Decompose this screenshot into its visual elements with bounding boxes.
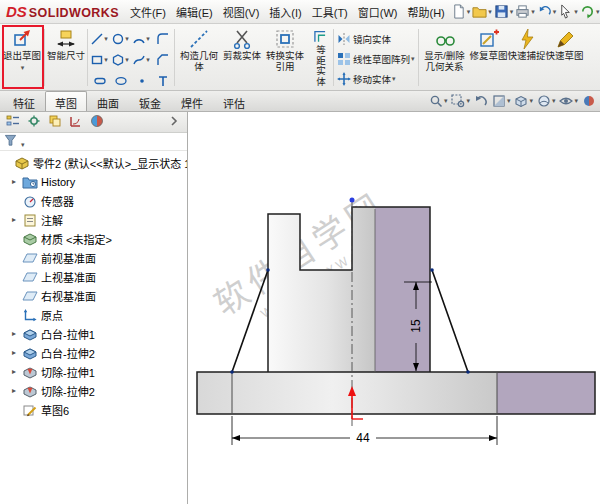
graphics-area[interactable]: 软件自学网 WWW.RJZXW.COM — [188, 112, 600, 504]
chamfer-tool-icon[interactable] — [152, 49, 173, 70]
display-delete-relations-button[interactable]: 显示/删除几何关系 — [420, 25, 470, 90]
exit-sketch-label: 退出草图 — [1, 51, 43, 62]
mirror-entities-label: 镜向实体 — [353, 32, 391, 46]
new-document-icon[interactable] — [450, 3, 472, 20]
section-view-icon[interactable] — [491, 94, 512, 108]
menu-tools[interactable]: 工具(T) — [307, 2, 353, 22]
expander-icon[interactable] — [12, 367, 22, 376]
dimxpert-manager-tab-icon[interactable] — [69, 114, 83, 130]
tree-item-sketch6[interactable]: 草图6 — [0, 400, 187, 419]
tree-item-origin[interactable]: 原点 — [0, 305, 187, 324]
sketch-point[interactable] — [230, 370, 234, 374]
mirror-entities-button[interactable]: 镜向实体 — [335, 29, 417, 49]
menu-file[interactable]: 文件(F) — [125, 2, 171, 22]
point-tool-icon[interactable] — [131, 70, 152, 91]
tab-sheet-metal[interactable]: 钣金 — [129, 91, 171, 111]
view-orientation-icon[interactable] — [513, 94, 534, 108]
display-style-icon[interactable] — [536, 94, 557, 108]
base-plate-left-face[interactable] — [197, 372, 497, 414]
offset-entities-button[interactable]: 等距实体 — [308, 25, 332, 90]
filter-funnel-icon[interactable] — [4, 134, 25, 149]
property-manager-tab-icon[interactable] — [27, 114, 41, 130]
expander-icon[interactable] — [12, 177, 22, 186]
slot-tool-icon[interactable] — [89, 70, 110, 91]
cut-extrude-icon — [22, 384, 38, 398]
polygon-tool-icon[interactable] — [110, 49, 131, 70]
move-entities-button[interactable]: 移动实体 — [335, 69, 417, 89]
menu-edit[interactable]: 编辑(E) — [171, 2, 218, 22]
tree-item-annotations[interactable]: 注解 — [0, 210, 187, 229]
rectangle-tool-icon[interactable] — [89, 49, 110, 70]
sketch-point[interactable] — [430, 268, 434, 272]
dimension-44[interactable]: 44 — [232, 416, 497, 445]
undo-icon[interactable] — [536, 3, 558, 20]
sketch-line-right[interactable] — [432, 270, 468, 372]
rebuild-icon[interactable] — [579, 3, 600, 20]
expander-icon[interactable] — [12, 348, 22, 357]
expander-icon[interactable] — [12, 386, 22, 395]
feature-manager-tab-icon[interactable] — [6, 114, 20, 130]
sketch-scene[interactable]: 软件自学网 WWW.RJZXW.COM — [188, 112, 600, 504]
tab-weldments[interactable]: 焊件 — [171, 91, 213, 111]
tree-item-cut-extrude2[interactable]: 切除-拉伸2 — [0, 381, 187, 400]
expander-icon[interactable] — [12, 329, 22, 338]
expander-icon[interactable] — [12, 215, 22, 224]
construction-geometry-button[interactable]: 构造几何体 — [176, 25, 222, 90]
menu-help[interactable]: 帮助(H) — [403, 2, 450, 22]
circle-tool-icon[interactable] — [110, 28, 131, 49]
tab-sketch[interactable]: 草图 — [45, 91, 87, 111]
convert-entities-button[interactable]: 转换实体引用 — [262, 25, 308, 90]
arc-tool-icon[interactable] — [131, 28, 152, 49]
open-folder-icon[interactable] — [471, 3, 493, 20]
base-plate-right-face[interactable] — [497, 372, 595, 414]
tree-item-sensors[interactable]: 传感器 — [0, 191, 187, 210]
menu-window[interactable]: 窗口(W) — [353, 2, 403, 22]
rapid-sketch-button[interactable]: 快速草图 — [546, 25, 584, 90]
tree-item-top-plane[interactable]: 上视基准面 — [0, 267, 187, 286]
tree-root-item[interactable]: 零件2 (默认<<默认>_显示状态 1>) — [0, 153, 187, 172]
tree-item-front-plane[interactable]: 前视基准面 — [0, 248, 187, 267]
construction-geometry-label: 构造几何体 — [176, 51, 222, 73]
text-tool-icon[interactable] — [152, 70, 173, 91]
fillet-tool-icon[interactable] — [152, 28, 173, 49]
line-tool-icon[interactable] — [89, 28, 110, 49]
zoom-icon[interactable] — [428, 94, 449, 108]
tab-features[interactable]: 特征 — [3, 91, 45, 111]
configuration-manager-tab-icon[interactable] — [48, 114, 62, 130]
tree-item-boss-extrude1[interactable]: 凸台-拉伸1 — [0, 324, 187, 343]
ribbon-separator — [333, 29, 334, 86]
sketch-point[interactable] — [266, 268, 270, 272]
linear-pattern-button[interactable]: 线性草图阵列 — [335, 49, 417, 69]
save-icon[interactable] — [493, 3, 515, 20]
tree-item-history[interactable]: History — [0, 172, 187, 191]
hide-show-items-icon[interactable] — [558, 94, 579, 108]
smart-dimension-button[interactable]: 智能尺寸 — [46, 25, 86, 90]
chevron-right-icon[interactable] — [167, 114, 181, 130]
centerline-endpoint[interactable] — [350, 198, 355, 203]
print-icon[interactable] — [514, 3, 536, 20]
chevron-down-icon[interactable] — [20, 62, 25, 73]
select-arrow-icon[interactable] — [557, 3, 579, 20]
spline-tool-icon[interactable] — [131, 49, 152, 70]
tree-item-boss-extrude2[interactable]: 凸台-拉伸2 — [0, 343, 187, 362]
mirror-entities-icon — [337, 32, 351, 46]
sketch-point[interactable] — [466, 370, 470, 374]
repair-sketch-icon — [478, 28, 500, 50]
edit-appearance-icon[interactable] — [581, 94, 597, 108]
exit-sketch-button[interactable]: 退出草图 — [1, 25, 43, 90]
display-manager-tab-icon[interactable] — [90, 114, 104, 130]
tree-item-right-plane[interactable]: 右视基准面 — [0, 286, 187, 305]
magnifier-area-icon[interactable] — [450, 94, 471, 108]
tab-evaluate[interactable]: 评估 — [213, 91, 255, 111]
previous-view-icon[interactable] — [473, 94, 489, 108]
menu-view[interactable]: 视图(V) — [218, 2, 265, 22]
trim-entities-button[interactable]: 剪裁实体 — [222, 25, 262, 90]
repair-sketch-button[interactable]: 修复草图 — [470, 25, 508, 90]
tree-item-cut-extrude1[interactable]: 切除-拉伸1 — [0, 362, 187, 381]
boss-column-face[interactable] — [375, 207, 430, 372]
quick-snaps-button[interactable]: 快速捕捉 — [508, 25, 546, 90]
tab-surfaces[interactable]: 曲面 — [87, 91, 129, 111]
menu-insert[interactable]: 插入(I) — [264, 2, 306, 22]
ellipse-tool-icon[interactable] — [110, 70, 131, 91]
tree-item-material[interactable]: 材质 <未指定> — [0, 229, 187, 248]
